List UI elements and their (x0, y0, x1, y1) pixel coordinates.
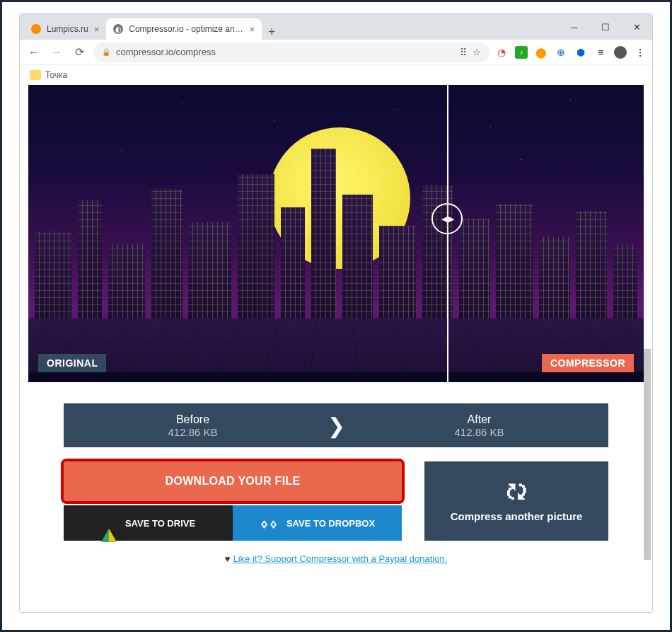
compress-another-button[interactable]: 🗘 Compress another picture (424, 461, 608, 541)
window-maximize-button[interactable]: ☐ (590, 14, 621, 40)
original-badge: ORIGINAL (38, 354, 106, 372)
scrollbar[interactable] (644, 85, 651, 612)
nav-back-button[interactable]: ← (25, 44, 42, 61)
address-bar[interactable]: 🔒 compressor.io/compress ⠿ ☆ (93, 42, 489, 62)
save-to-drive-button[interactable]: SAVE TO DRIVE (64, 505, 233, 541)
bookmark-item[interactable]: Точка (45, 70, 67, 80)
window-minimize-button[interactable]: ─ (559, 14, 590, 40)
tab-title: Compressor.io - optimize and co (129, 24, 243, 34)
size-comparison-bar: Before 412.86 KB ❯ After 412.86 KB (64, 403, 608, 447)
page-content: ◀▶ ORIGINAL COMPRESSOR Before 412.86 KB … (20, 85, 652, 612)
heart-icon: ♥ (225, 553, 231, 564)
browser-tab-compressor[interactable]: ◐ Compressor.io - optimize and co × (106, 18, 262, 40)
folder-icon (30, 70, 41, 80)
bookmarks-bar: Точка (20, 65, 652, 85)
extension-icon[interactable]: ⬢ (574, 46, 587, 59)
browser-toolbar: ← → ⟳ 🔒 compressor.io/compress ⠿ ☆ ◔ ♪ ⬤… (20, 40, 652, 65)
compress-another-label: Compress another picture (451, 510, 583, 522)
window-titlebar: Lumpics.ru × ◐ Compressor.io - optimize … (20, 14, 652, 40)
favicon-lumpics (31, 24, 41, 34)
dropbox-icon: ⬨⬨ (260, 514, 278, 532)
favicon-compressor: ◐ (113, 24, 123, 34)
close-tab-icon[interactable]: × (250, 24, 255, 35)
browser-tab-lumpics[interactable]: Lumpics.ru × (24, 18, 106, 40)
save-drive-label: SAVE TO DRIVE (125, 518, 195, 529)
bookmark-star-icon[interactable]: ☆ (473, 47, 481, 57)
comparison-handle[interactable]: ◀▶ (431, 203, 463, 234)
url-text: compressor.io/compress (116, 47, 216, 57)
reading-list-icon[interactable]: ≡ (594, 46, 607, 59)
compressor-badge: COMPRESSOR (542, 354, 634, 372)
lock-icon: 🔒 (102, 48, 110, 56)
after-value: 412.86 KB (350, 426, 608, 438)
translate-icon[interactable]: ⠿ (460, 47, 467, 58)
close-tab-icon[interactable]: × (94, 24, 100, 35)
footer-donation: ♥Like it? Support Compressor with a Payp… (28, 553, 644, 564)
donation-link[interactable]: Like it? Support Compressor with a Paypa… (233, 553, 447, 564)
new-tab-button[interactable]: + (262, 25, 282, 40)
google-drive-icon (101, 518, 117, 529)
after-label: After (350, 413, 608, 426)
extension-icon[interactable]: ⬤ (535, 46, 548, 59)
save-to-dropbox-button[interactable]: ⬨⬨ SAVE TO DROPBOX (233, 505, 402, 541)
tab-title: Lumpics.ru (47, 24, 88, 34)
refresh-icon: 🗘 (506, 481, 527, 505)
arrow-right-icon: ❯ (322, 413, 350, 438)
nav-forward-button[interactable]: → (48, 44, 65, 61)
before-label: Before (64, 413, 322, 426)
window-close-button[interactable]: ✕ (621, 14, 652, 40)
menu-icon[interactable]: ⋮ (634, 46, 647, 59)
nav-reload-button[interactable]: ⟳ (71, 44, 88, 61)
extension-icon[interactable]: ⊕ (555, 46, 567, 59)
extension-icon[interactable]: ◔ (495, 46, 508, 59)
download-file-button[interactable]: DOWNLOAD YOUR FILE (64, 461, 402, 501)
before-value: 412.86 KB (64, 426, 322, 438)
image-comparison-slider[interactable]: ◀▶ ORIGINAL COMPRESSOR (28, 85, 644, 382)
profile-avatar[interactable] (614, 46, 627, 59)
save-dropbox-label: SAVE TO DROPBOX (286, 518, 375, 529)
extension-icon[interactable]: ♪ (515, 46, 528, 59)
